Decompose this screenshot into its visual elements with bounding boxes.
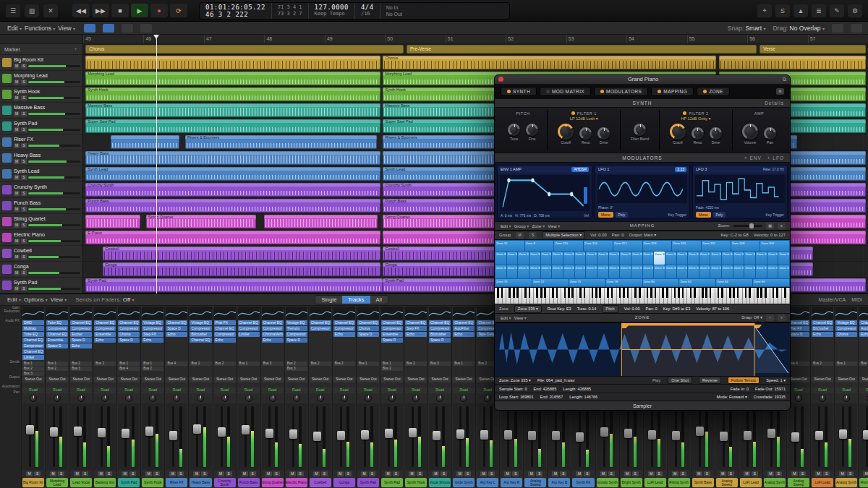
piano-key-black[interactable] [650,288,652,297]
zone-cell[interactable]: Zone 78 [606,279,642,287]
track-header[interactable]: Synth Pad M S [0,278,82,294]
group-slot[interactable] [310,383,331,387]
solo-button[interactable]: S [82,471,88,476]
plugin-slot[interactable]: Phat FX [788,326,809,331]
stop-button[interactable]: ■ [111,4,129,17]
audio-region[interactable]: Risers & Boomers [185,135,377,149]
output-slot[interactable]: Stereo Out [812,377,833,382]
channel-strip[interactable]: Channel EQCompressorEnsembleEcho Bus 2 S… [93,306,117,488]
zone-cell[interactable]: Zone 324 [529,252,540,265]
piano-key-black[interactable] [568,288,570,297]
plugin-slot[interactable]: Echo [94,338,116,343]
mute-button[interactable]: M [720,471,726,476]
fader[interactable] [740,403,762,470]
channel-name-tag[interactable]: Analog Sweep [716,478,738,487]
piano-key-black[interactable] [662,288,664,297]
solo-button[interactable]: S [153,471,160,476]
settings-icon[interactable]: ⚙ [848,4,862,17]
track-volume-slider[interactable] [28,256,80,258]
plugin-slot[interactable]: Echo [453,332,475,337]
fader[interactable] [548,403,570,470]
fader-handle[interactable] [289,429,297,439]
track-volume-slider[interactable] [28,145,80,147]
send-slot[interactable]: Bus 3 [262,361,284,366]
channel-strip[interactable]: Vintage EQCompressorBitcrusherChannel EQ… [189,306,213,488]
solo-button[interactable]: S [21,207,27,212]
channel-strip[interactable]: Channel EQCompressorExciterSpace DEcho B… [69,306,93,488]
eq-thumbnail[interactable] [166,307,187,320]
zoom-h-slider[interactable] [832,24,843,33]
channel-name-tag[interactable]: Analog Sweep [524,478,546,487]
zone-cell[interactable]: Zone 309 [760,241,789,251]
fader[interactable] [716,403,738,470]
fader-handle[interactable] [600,427,608,437]
bar-ruler[interactable]: 45464748495051525354555657 [83,35,868,44]
eq-thumbnail[interactable] [118,307,140,320]
channel-name-tag[interactable]: Cowbell [310,478,331,487]
send-slot[interactable]: Bus 2 [286,361,307,366]
solo-button[interactable]: S [177,471,184,476]
piano-key-black[interactable] [737,288,739,297]
view-toggle-flex[interactable] [122,24,133,33]
mute-button[interactable]: M [14,80,20,85]
channel-strip[interactable]: Channel EQStep FXEcho Bus 2 Stereo Out R… [404,306,428,488]
mute-button[interactable]: M [648,471,655,476]
output-slot[interactable]: Stereo Out [859,377,868,382]
mute-button[interactable]: M [14,159,20,164]
plugin-slot[interactable]: Echo [812,332,833,337]
mute-button[interactable]: M [242,471,248,476]
channel-name-tag[interactable]: Synth Pad [357,478,379,487]
plugin-slot[interactable]: DMD [22,320,44,325]
send-slot[interactable]: Bus 2 [812,361,833,366]
zone-cell[interactable]: Zone 320 [702,241,731,251]
mute-button[interactable]: M [14,95,20,100]
send-slot[interactable]: Bus 3 [286,367,307,371]
plugin-slot[interactable]: Bitcrusher [190,332,211,337]
group-solo-button[interactable]: S [529,232,537,239]
zone-cell[interactable]: Zone 332 [620,252,631,265]
mute-button[interactable]: M [361,471,367,476]
track-header[interactable]: Synth Pad M S [0,119,82,134]
mute-button[interactable]: M [14,223,20,228]
pan-knob[interactable] [30,395,37,402]
piano-key-black[interactable] [765,288,767,297]
plugin-slot[interactable]: Channel EQ [46,332,68,337]
solo-button[interactable]: S [129,471,136,476]
eq-thumbnail[interactable] [859,307,868,320]
eq-thumbnail[interactable] [405,307,427,320]
reverse-button[interactable]: Reverse [699,377,721,384]
solo-button[interactable]: S [297,471,304,476]
zone-cell[interactable]: Zone 328 [575,252,586,265]
plugin-slot[interactable]: Ensemble [46,338,68,343]
eq-thumbnail[interactable] [357,307,379,320]
automation-mode[interactable]: Read [214,388,236,393]
piano-key-black[interactable] [564,288,566,297]
marker-region[interactable]: Pre-Verse [407,45,757,53]
send-slot[interactable]: Bus 3 [859,361,868,366]
track-header[interactable]: Cowbell M S [0,246,82,262]
plugin-slot[interactable]: Space D [118,338,140,343]
plugin-slot[interactable]: Exciter [70,332,92,337]
fader-handle[interactable] [696,427,704,436]
audio-region[interactable] [85,215,140,228]
track-header[interactable]: Heavy Bass M S [0,150,82,166]
channel-name-tag[interactable]: String Quartet [262,478,284,487]
plugin-slot[interactable]: Step FX [142,332,163,337]
sample-end[interactable]: End: 426885 [534,387,557,391]
fader[interactable] [214,403,236,470]
one-shot-button[interactable]: One Shot [668,377,692,384]
solo-button[interactable]: S [21,64,27,69]
group-slot[interactable] [166,383,187,387]
plugin-settings-icon[interactable]: ⚙ [776,88,784,95]
audio-region[interactable]: Synth Hook [85,87,380,101]
tab-mod-matrix[interactable]: MOD MATRIX [540,87,591,96]
zone-vel-range[interactable]: Velocity: 87 to 106 [696,307,729,311]
plugin-slot[interactable]: Echo [262,338,284,343]
mapping-zoom-slider[interactable] [733,225,762,227]
lfo1-poly-button[interactable]: Poly [616,212,629,218]
piano-key-black[interactable] [556,288,558,297]
piano-key-black[interactable] [584,288,586,297]
lcd-display[interactable]: 01:01:26:05.22 46 3 2 222 71 3 4 1 73 3 … [199,2,510,20]
zone-cell[interactable]: Zone 80 [643,279,679,287]
piano-key-black[interactable] [773,288,775,297]
